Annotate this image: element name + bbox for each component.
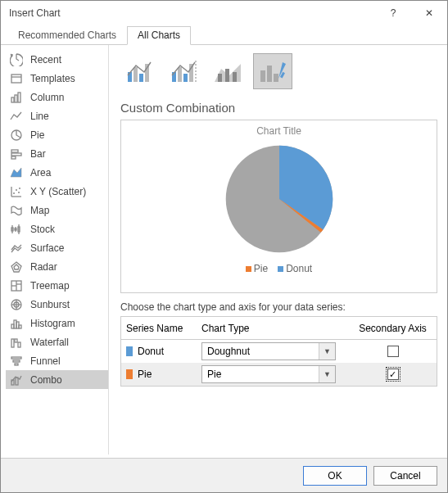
sidebar-item-column[interactable]: Column — [6, 88, 108, 106]
stock-icon — [9, 222, 24, 237]
svg-rect-45 — [133, 67, 138, 82]
sidebar-item-label: Stock — [30, 224, 55, 235]
close-icon: ✕ — [425, 7, 433, 19]
help-button[interactable]: ? — [375, 1, 411, 25]
legend-label: Pie — [254, 263, 268, 274]
sidebar-item-templates[interactable]: Templates — [6, 69, 108, 88]
svg-marker-9 — [11, 168, 21, 177]
svg-rect-56 — [233, 72, 237, 82]
chart-preview[interactable]: Chart Title Pie Donut — [120, 120, 437, 293]
header-chart-type: Chart Type — [201, 323, 349, 334]
svg-rect-50 — [183, 74, 188, 82]
svg-rect-0 — [11, 75, 21, 83]
series-swatch — [126, 369, 133, 379]
sidebar-item-treemap[interactable]: Treemap — [6, 276, 108, 295]
sidebar-item-recent[interactable]: Recent — [6, 50, 108, 69]
pie-chart — [224, 143, 335, 255]
map-icon — [9, 203, 24, 218]
subtype-clustered-line[interactable] — [120, 53, 160, 89]
sidebar-item-label: Map — [30, 205, 49, 216]
sidebar-item-histogram[interactable]: Histogram — [6, 314, 108, 332]
window-title: Insert Chart — [9, 7, 375, 19]
legend-item-donut: Donut — [278, 263, 312, 274]
svg-marker-23 — [14, 265, 19, 269]
svg-rect-43 — [16, 378, 18, 385]
titlebar: Insert Chart ? ✕ — [1, 1, 447, 25]
help-icon: ? — [391, 7, 396, 19]
legend-swatch — [278, 266, 283, 272]
svg-point-15 — [19, 188, 20, 189]
sidebar-item-waterfall[interactable]: Waterfall — [6, 332, 108, 351]
sidebar-item-stock[interactable]: Stock — [6, 219, 108, 238]
tab-recommended[interactable]: Recommended Charts — [7, 26, 127, 45]
series-grid: Series Name Chart Type Secondary Axis Do… — [120, 316, 437, 387]
svg-rect-55 — [225, 69, 229, 82]
subtype-custom[interactable] — [253, 53, 292, 89]
svg-rect-4 — [18, 93, 20, 102]
dropdown-value: Pie — [202, 369, 319, 380]
sidebar-item-label: Line — [30, 111, 49, 122]
subtype-stacked-area-column[interactable] — [209, 53, 248, 89]
series-row-donut[interactable]: Donut Doughnut▼ — [121, 340, 437, 363]
sidebar-item-line[interactable]: Line — [6, 106, 108, 125]
legend-item-pie: Pie — [246, 263, 268, 274]
secondary-axis-checkbox-pie[interactable]: ✓ — [387, 369, 399, 380]
series-swatch — [126, 346, 133, 356]
sidebar-item-radar[interactable]: Radar — [6, 257, 108, 276]
header-series-name: Series Name — [121, 323, 201, 334]
svg-marker-22 — [11, 262, 21, 272]
chart-type-dropdown-donut[interactable]: Doughnut▼ — [201, 342, 336, 360]
svg-rect-39 — [11, 357, 21, 359]
sidebar-item-surface[interactable]: Surface — [6, 238, 108, 257]
series-row-pie[interactable]: Pie Pie▼ ✓ — [121, 363, 437, 386]
sidebar-item-map[interactable]: Map — [6, 201, 108, 219]
pie-icon — [9, 128, 24, 142]
svg-rect-3 — [15, 95, 17, 102]
sidebar-item-label: Column — [30, 92, 64, 103]
sidebar-item-bar[interactable]: Bar — [6, 144, 108, 163]
chart-legend: Pie Donut — [246, 263, 312, 274]
svg-rect-40 — [13, 360, 20, 362]
recent-icon — [9, 52, 24, 67]
svg-rect-6 — [11, 150, 18, 152]
tab-all-charts[interactable]: All Charts — [127, 26, 191, 45]
histogram-icon — [9, 316, 24, 331]
sidebar-item-label: Surface — [30, 242, 64, 254]
svg-rect-41 — [15, 364, 18, 365]
scatter-icon — [9, 184, 24, 199]
waterfall-icon — [9, 335, 24, 350]
svg-rect-7 — [11, 153, 21, 156]
sidebar-item-label: Histogram — [30, 318, 75, 329]
sunburst-icon — [9, 297, 24, 312]
sidebar-item-funnel[interactable]: Funnel — [6, 351, 108, 370]
series-name: Pie — [138, 369, 152, 380]
chart-title: Chart Title — [256, 125, 301, 137]
chart-type-dropdown-pie[interactable]: Pie▼ — [201, 365, 336, 383]
cancel-button[interactable]: Cancel — [373, 466, 437, 486]
svg-rect-57 — [260, 70, 265, 82]
dialog-footer: OK Cancel — [1, 458, 447, 492]
sidebar-item-sunburst[interactable]: Sunburst — [6, 295, 108, 314]
svg-point-14 — [18, 192, 20, 193]
series-grid-header: Series Name Chart Type Secondary Axis — [121, 317, 437, 340]
sidebar-item-label: Sunburst — [30, 299, 70, 310]
sidebar-item-label: Treemap — [30, 280, 70, 292]
svg-rect-37 — [15, 339, 17, 342]
close-button[interactable]: ✕ — [411, 1, 447, 25]
legend-swatch — [246, 266, 251, 272]
sidebar-item-scatter[interactable]: X Y (Scatter) — [6, 182, 108, 201]
chevron-down-icon: ▼ — [319, 366, 335, 382]
sidebar-item-combo[interactable]: Combo — [6, 370, 108, 389]
svg-point-13 — [16, 189, 17, 191]
subtype-clustered-line-secondary[interactable] — [165, 53, 204, 89]
treemap-icon — [9, 278, 24, 293]
sidebar-item-area[interactable]: Area — [6, 163, 108, 182]
sidebar-item-label: Pie — [30, 129, 44, 141]
templates-icon — [9, 71, 24, 86]
sidebar-item-pie[interactable]: Pie — [6, 125, 108, 144]
ok-button[interactable]: OK — [303, 466, 367, 486]
secondary-axis-checkbox-donut[interactable] — [387, 346, 399, 357]
svg-point-12 — [13, 192, 15, 194]
svg-rect-36 — [11, 339, 14, 347]
svg-rect-49 — [178, 67, 182, 82]
